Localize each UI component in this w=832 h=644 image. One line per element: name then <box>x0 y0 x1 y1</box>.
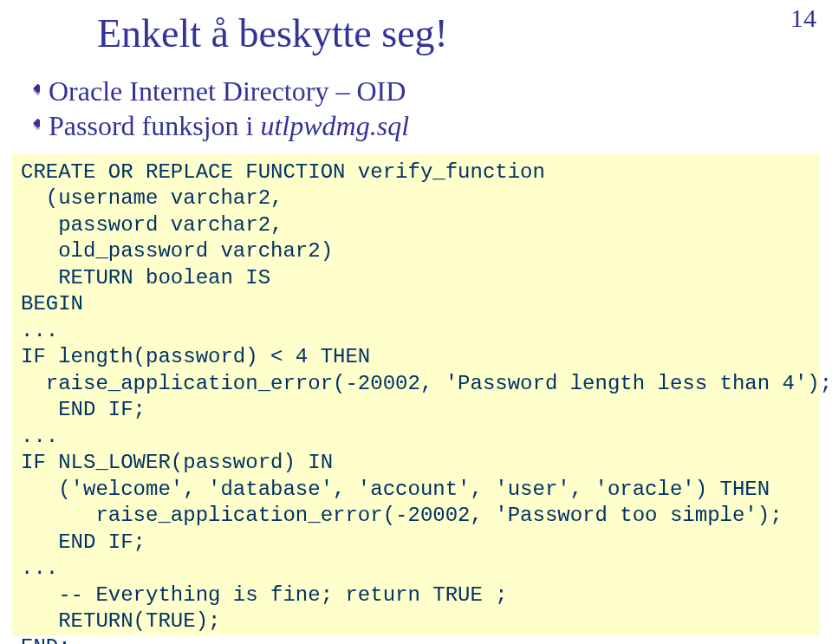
code-line: RETURN(TRUE); <box>21 609 220 633</box>
code-line: END IF; <box>21 398 146 421</box>
bullet-icon <box>26 84 40 98</box>
bullet-text: Passord funksjon i utlpwdmg.sql <box>49 108 409 143</box>
bullet-list: Oracle Internet Directory – OID Passord … <box>26 74 409 143</box>
code-line: CREATE OR REPLACE FUNCTION verify_functi… <box>21 160 545 184</box>
bullet-text: Oracle Internet Directory – OID <box>49 74 406 108</box>
bullet-text-prefix: Passord funksjon i <box>49 110 260 141</box>
code-line: ... <box>21 556 58 580</box>
code-line: IF NLS_LOWER(password) IN <box>21 451 333 474</box>
code-line: ... <box>21 319 58 342</box>
code-line: END; <box>21 635 71 644</box>
page-number: 14 <box>790 3 816 33</box>
code-line: raise_application_error(-20002, 'Passwor… <box>21 504 783 527</box>
code-line: password varchar2, <box>21 213 283 237</box>
code-line: IF length(password) < 4 THEN <box>21 345 370 368</box>
bullet-icon <box>26 119 40 133</box>
code-line: raise_application_error(-20002, 'Passwor… <box>21 372 832 395</box>
code-line: -- Everything is fine; return TRUE ; <box>21 583 508 607</box>
code-line: RETURN boolean IS <box>21 266 270 289</box>
list-item: Passord funksjon i utlpwdmg.sql <box>26 108 409 143</box>
code-line: ... <box>21 425 58 448</box>
code-line: old_password varchar2) <box>21 239 333 263</box>
code-block: CREATE OR REPLACE FUNCTION verify_functi… <box>12 154 820 636</box>
code-line: BEGIN <box>21 292 83 315</box>
code-line: (username varchar2, <box>21 186 283 210</box>
page-title: Enkelt å beskytte seg! <box>97 10 448 56</box>
code-line: ('welcome', 'database', 'account', 'user… <box>21 478 770 501</box>
code-line: END IF; <box>21 530 146 554</box>
bullet-text-italic: utlpwdmg.sql <box>260 110 409 141</box>
list-item: Oracle Internet Directory – OID <box>26 74 409 108</box>
